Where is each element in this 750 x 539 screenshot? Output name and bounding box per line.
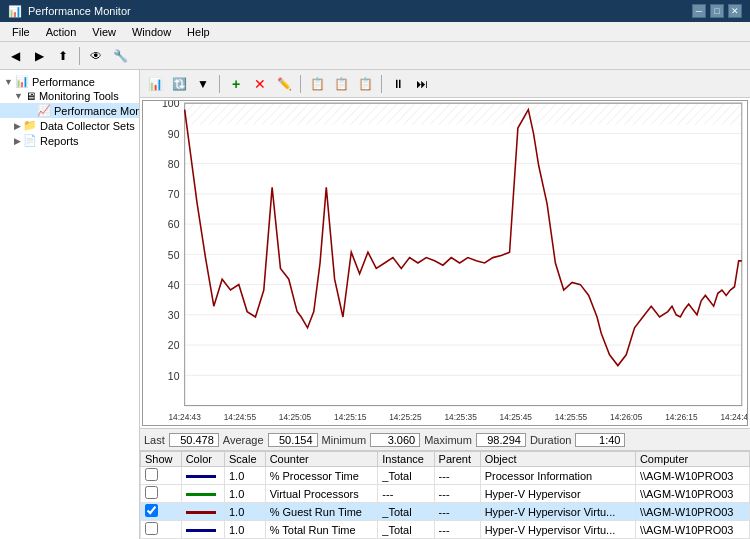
svg-text:14:25:05: 14:25:05 (279, 411, 312, 421)
paste-button[interactable]: 📋 (330, 73, 352, 95)
title-bar-controls[interactable]: ─ □ ✕ (692, 4, 742, 18)
sidebar-label-performance: Performance (32, 76, 95, 88)
show-checkbox[interactable] (141, 485, 182, 503)
menu-window[interactable]: Window (124, 22, 179, 41)
toolbar-separator-1 (79, 47, 80, 65)
cell-object: Hyper-V Hypervisor Virtu... (480, 521, 635, 539)
avg-value: 50.154 (268, 433, 318, 447)
forward-button[interactable]: ▶ (28, 45, 50, 67)
svg-text:14:26:05: 14:26:05 (610, 411, 643, 421)
svg-rect-2 (185, 103, 742, 125)
col-object: Object (480, 452, 635, 467)
svg-text:50: 50 (168, 248, 180, 260)
minimize-button[interactable]: ─ (692, 4, 706, 18)
chart-view-button[interactable]: 📊 (144, 73, 166, 95)
sidebar-item-reports[interactable]: ▶ 📄 Reports (0, 133, 139, 148)
cell-instance: _Total (378, 521, 434, 539)
chart-toolbar: 📊 🔃 ▼ + ✕ ✏️ 📋 📋 📋 ⏸ ⏭ (140, 70, 750, 98)
chart-sep-3 (381, 75, 382, 93)
cell-instance: _Total (378, 503, 434, 521)
sidebar-item-monitoring-tools[interactable]: ▼ 🖥 Monitoring Tools (0, 89, 139, 103)
col-instance: Instance (378, 452, 434, 467)
svg-text:14:25:15: 14:25:15 (334, 411, 367, 421)
col-show: Show (141, 452, 182, 467)
table-row[interactable]: 1.0% Total Run Time_Total---Hyper-V Hype… (141, 521, 750, 539)
show-hide-button[interactable]: 👁 (85, 45, 107, 67)
cell-scale: 1.0 (225, 485, 266, 503)
sidebar-item-data-collector[interactable]: ▶ 📁 Data Collector Sets (0, 118, 139, 133)
monitoring-tools-icon: 🖥 (25, 90, 36, 102)
max-label: Maximum (424, 434, 472, 446)
next-frame-button[interactable]: ⏭ (411, 73, 433, 95)
cell-instance: --- (378, 485, 434, 503)
expand-icon: ▼ (4, 77, 13, 87)
menu-view[interactable]: View (84, 22, 124, 41)
properties-chart-button[interactable]: 📋 (354, 73, 376, 95)
svg-text:14:24:43: 14:24:43 (168, 411, 201, 421)
table-row[interactable]: 1.0% Processor Time_Total---Processor In… (141, 467, 750, 485)
color-indicator (181, 485, 224, 503)
cell-parent: --- (434, 503, 480, 521)
svg-text:14:25:35: 14:25:35 (444, 411, 477, 421)
remove-counter-button[interactable]: ✕ (249, 73, 271, 95)
cell-object: Hyper-V Hypervisor Virtu... (480, 503, 635, 521)
col-parent: Parent (434, 452, 480, 467)
show-checkbox[interactable] (141, 521, 182, 539)
cell-parent: --- (434, 521, 480, 539)
maximize-button[interactable]: □ (710, 4, 724, 18)
cell-scale: 1.0 (225, 467, 266, 485)
stats-bar: Last 50.478 Average 50.154 Minimum 3.060… (140, 428, 750, 450)
reports-icon: 📄 (23, 134, 37, 147)
copy-image-button[interactable]: 📋 (306, 73, 328, 95)
min-label: Minimum (322, 434, 367, 446)
up-button[interactable]: ⬆ (52, 45, 74, 67)
chart-refresh-button[interactable]: 🔃 (168, 73, 190, 95)
sidebar-item-performance[interactable]: ▼ 📊 Performance (0, 74, 139, 89)
add-counter-button[interactable]: + (225, 73, 247, 95)
dur-value: 1:40 (575, 433, 625, 447)
properties-button[interactable]: 🔧 (109, 45, 131, 67)
svg-text:14:25:55: 14:25:55 (555, 411, 588, 421)
svg-text:30: 30 (168, 309, 180, 321)
sidebar-label-reports: Reports (40, 135, 79, 147)
menu-file[interactable]: File (4, 22, 38, 41)
freeze-button[interactable]: ⏸ (387, 73, 409, 95)
col-scale: Scale (225, 452, 266, 467)
col-computer: Computer (635, 452, 749, 467)
menu-help[interactable]: Help (179, 22, 218, 41)
data-collector-icon: 📁 (23, 119, 37, 132)
close-button[interactable]: ✕ (728, 4, 742, 18)
svg-text:90: 90 (168, 128, 180, 140)
table-row[interactable]: 1.0Virtual Processors------Hyper-V Hyper… (141, 485, 750, 503)
menu-bar: File Action View Window Help (0, 22, 750, 42)
svg-text:14:24:55: 14:24:55 (224, 411, 257, 421)
perf-monitor-icon: 📈 (37, 104, 51, 117)
svg-text:80: 80 (168, 158, 180, 170)
svg-text:10: 10 (168, 369, 180, 381)
highlight-button[interactable]: ✏️ (273, 73, 295, 95)
chart-dropdown-button[interactable]: ▼ (192, 73, 214, 95)
main-toolbar: ◀ ▶ ⬆ 👁 🔧 (0, 42, 750, 70)
title-bar: 📊 Performance Monitor ─ □ ✕ (0, 0, 750, 22)
sidebar-item-perf-monitor[interactable]: ▶ 📈 Performance Monitor (0, 103, 139, 118)
table-row[interactable]: 1.0% Guest Run Time_Total---Hyper-V Hype… (141, 503, 750, 521)
color-indicator (181, 521, 224, 539)
show-checkbox[interactable] (141, 503, 182, 521)
cell-computer: \\AGM-W10PRO03 (635, 503, 749, 521)
app-title: Performance Monitor (28, 5, 131, 17)
chart-svg: 100 90 80 70 60 50 40 30 20 10 14:24:43 … (143, 101, 747, 425)
app-icon: 📊 (8, 5, 22, 18)
cell-computer: \\AGM-W10PRO03 (635, 467, 749, 485)
cell-object: Processor Information (480, 467, 635, 485)
performance-icon: 📊 (15, 75, 29, 88)
menu-action[interactable]: Action (38, 22, 85, 41)
chart-sep-2 (300, 75, 301, 93)
sidebar-label-monitoring: Monitoring Tools (39, 90, 119, 102)
chart-sep-1 (219, 75, 220, 93)
back-button[interactable]: ◀ (4, 45, 26, 67)
counter-table: Show Color Scale Counter Instance Parent… (140, 450, 750, 539)
col-counter: Counter (265, 452, 378, 467)
cell-computer: \\AGM-W10PRO03 (635, 485, 749, 503)
show-checkbox[interactable] (141, 467, 182, 485)
cell-instance: _Total (378, 467, 434, 485)
